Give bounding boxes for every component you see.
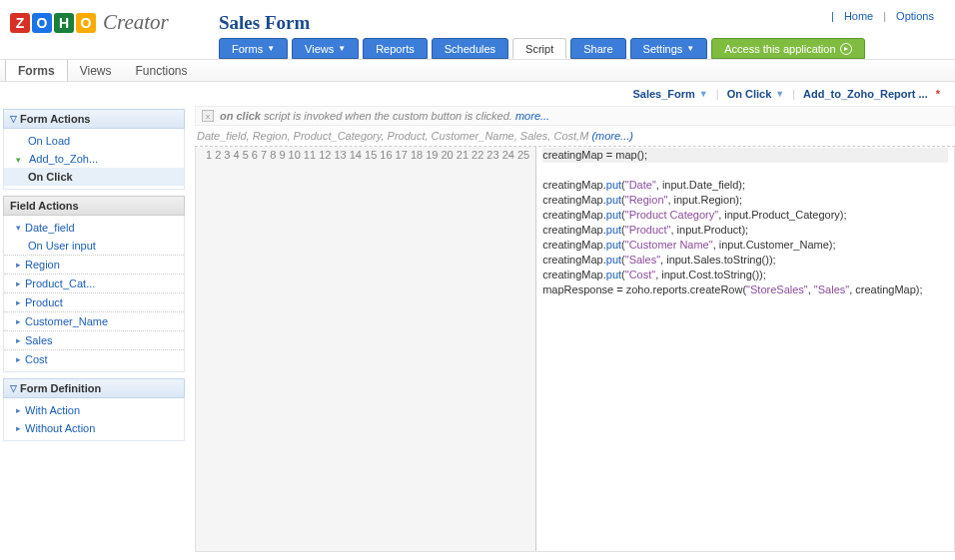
breadcrumb-event[interactable]: On Click ▼ [727,88,785,100]
sub-nav: Forms Views Functions [0,59,955,82]
chevron-down-icon: ▼ [775,89,784,99]
twisty-icon: ▽ [10,114,17,124]
nav-forms[interactable]: Forms▼ [219,38,288,59]
nav-schedules[interactable]: Schedules [432,38,508,59]
breadcrumb-action[interactable]: Add_to_Zoho_Report ... [803,88,928,100]
chevron-down-icon: ▼ [267,44,275,53]
main-nav: Forms▼ Views▼ Reports Schedules Script S… [219,38,865,59]
code-body[interactable]: creatingMap = map(); creatingMap.put("Da… [536,147,954,551]
logo-label: Creator [103,10,169,35]
nav-label: Forms [232,43,263,55]
home-link[interactable]: Home [844,10,873,22]
chevron-down-icon: ▼ [686,44,694,53]
item-add-to-zoho[interactable]: Add_to_Zoh... [4,150,184,168]
subtab-functions[interactable]: Functions [123,60,199,81]
nav-label: Script [525,43,553,55]
chevron-down-icon: ▼ [699,89,708,99]
panel-form-actions-header[interactable]: ▽Form Actions [3,109,185,129]
sidebar: ▽Form Actions On Load Add_to_Zoh... On C… [0,106,185,560]
divider-icon: | [831,10,834,22]
nav-label: Share [583,43,612,55]
line-gutter: 1 2 3 4 5 6 7 8 9 10 11 12 13 14 15 16 1… [196,147,536,551]
params-list: Date_field, Region, Product_Category, Pr… [197,130,591,142]
item-customer-name[interactable]: Customer_Name [4,311,184,330]
hint-bar: x on click script is invoked when the cu… [195,106,955,126]
nav-label: Views [305,43,334,55]
item-without-action[interactable]: Without Action [4,419,184,437]
item-sales[interactable]: Sales [4,330,184,349]
nav-label: Reports [376,43,415,55]
divider-icon: | [883,10,886,22]
nav-script[interactable]: Script [512,38,566,59]
nav-settings[interactable]: Settings▼ [630,38,708,59]
unsaved-indicator: * [936,88,940,100]
item-product[interactable]: Product [4,292,184,311]
breadcrumb: Sales_Form ▼ | On Click ▼ | Add_to_Zoho_… [0,82,955,106]
subtab-forms[interactable]: Forms [5,60,68,81]
item-on-user-input[interactable]: On User input [4,237,184,255]
access-app-button[interactable]: Access this application▸ [711,38,864,59]
panel-form-actions: On Load Add_to_Zoh... On Click [3,129,185,190]
editor-area: x on click script is invoked when the cu… [185,106,955,560]
breadcrumb-form[interactable]: Sales_Form ▼ [632,88,707,100]
top-links: | Home | Options [831,10,940,22]
item-on-load[interactable]: On Load [4,132,184,150]
nav-reports[interactable]: Reports [363,38,428,59]
options-link[interactable]: Options [896,10,934,22]
nav-label: Settings [643,43,683,55]
chevron-down-icon: ▼ [338,44,346,53]
twisty-icon: ▽ [10,383,17,393]
nav-label: Access this application [724,43,835,55]
item-region[interactable]: Region [4,255,184,274]
subtab-views[interactable]: Views [68,60,124,81]
code-editor[interactable]: 1 2 3 4 5 6 7 8 9 10 11 12 13 14 15 16 1… [195,147,955,552]
item-product-cat[interactable]: Product_Cat... [4,274,184,292]
item-on-click[interactable]: On Click [4,168,184,186]
panel-form-def: With Action Without Action [3,398,185,441]
item-date-field[interactable]: Date_field [4,219,184,237]
nav-share[interactable]: Share [570,38,625,59]
item-with-action[interactable]: With Action [4,401,184,419]
params-more-link[interactable]: (more...) [591,130,633,142]
close-hint-icon[interactable]: x [202,110,214,122]
nav-label: Schedules [445,43,495,55]
panel-form-def-header[interactable]: ▽Form Definition [3,378,185,398]
hint-text: script is invoked when the custom button… [264,110,512,122]
params-bar: Date_field, Region, Product_Category, Pr… [195,126,955,147]
app-title: Sales Form [219,12,310,34]
item-cost[interactable]: Cost [4,349,184,368]
arrow-right-circle-icon: ▸ [840,43,852,55]
panel-field-actions: Date_field On User input Region Product_… [3,216,185,372]
panel-field-actions-header[interactable]: Field Actions [3,196,185,216]
zoho-creator-logo[interactable]: ZOHO Creator [10,10,169,35]
nav-views[interactable]: Views▼ [292,38,359,59]
hint-more-link[interactable]: more... [515,110,549,122]
